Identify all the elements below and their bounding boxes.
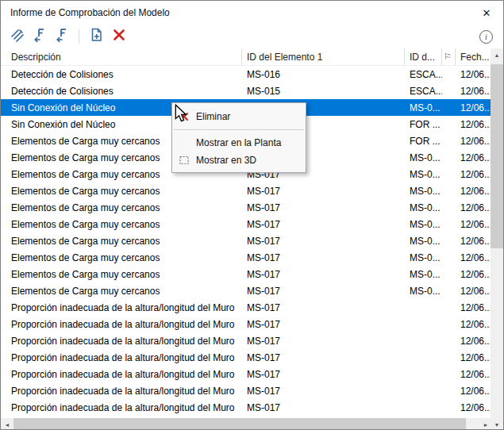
cell-element1-id: MS-017: [242, 186, 405, 197]
toolbar: i: [1, 25, 503, 48]
check-hatch-icon: [10, 27, 25, 46]
model-check-report-window: Informe de Comprobación del Modelo ✕: [0, 0, 504, 430]
cell-date: 12/06...: [456, 386, 492, 397]
menu-item-show-in-plan[interactable]: Mostrar en la Planta: [172, 134, 306, 152]
cell-element1-id: MS-017: [242, 352, 405, 363]
menu-item-label: Mostrar en 3D: [196, 155, 256, 166]
cell-element2-id: MS-0...: [405, 186, 442, 197]
cell-description: Proporción inadecuada de la altura/longi…: [1, 369, 242, 380]
horizontal-scrollbar-thumb[interactable]: [13, 418, 466, 430]
titlebar: Informe de Comprobación del Modelo ✕: [1, 1, 503, 25]
scroll-down-icon[interactable]: ▼: [491, 418, 503, 430]
menu-item-delete[interactable]: Eliminar: [172, 108, 306, 125]
table-row[interactable]: Elementos de Carga muy cercanos MS-017 M…: [1, 182, 492, 199]
table-row[interactable]: Proporción inadecuada de la altura/longi…: [1, 349, 492, 366]
menu-item-show-in-3d[interactable]: Mostrar en 3D: [172, 152, 306, 169]
cell-description: Proporción inadecuada de la altura/longi…: [1, 319, 242, 330]
cell-element1-id: MS-017: [242, 236, 405, 247]
table-row[interactable]: Elementos de Carga muy cercanos MS-017 M…: [1, 282, 492, 299]
cell-element1-id: MS-017: [242, 286, 405, 297]
cell-description: Elementos de Carga muy cercanos: [1, 236, 242, 247]
cell-date: 12/06...: [456, 152, 492, 163]
cell-date: 12/06...: [456, 336, 492, 347]
cell-element2-id: FOR ...: [405, 136, 442, 147]
cell-element2-id: FOR ...: [405, 119, 442, 130]
table-row[interactable]: Proporción inadecuada de la altura/longi…: [1, 399, 492, 416]
cell-element2-id: MS-0...: [405, 236, 442, 247]
vertical-scrollbar[interactable]: ▲ ▼: [491, 48, 503, 430]
cell-date: 12/06...: [456, 286, 492, 297]
cell-element2-id: ESCA...: [405, 69, 442, 80]
cell-element1-id: MS-017: [242, 336, 405, 347]
scroll-left-icon[interactable]: ◄: [1, 418, 13, 430]
window-title: Informe de Comprobación del Modelo: [1, 7, 170, 18]
table-row[interactable]: Elementos de Carga muy cercanos MS-017 M…: [1, 249, 492, 266]
scroll-up-icon[interactable]: ▲: [491, 48, 503, 61]
cell-description: Proporción inadecuada de la altura/longi…: [1, 336, 242, 347]
cell-date: 12/06...: [456, 136, 492, 147]
show-3d-icon: [172, 155, 196, 166]
column-header-element1-id[interactable]: ID del Elemento 1: [242, 48, 405, 65]
cell-description: Elementos de Carga muy cercanos: [1, 219, 242, 230]
cell-element1-id: MS-015: [242, 86, 405, 97]
cell-date: 12/06...: [456, 186, 492, 197]
cell-date: 12/06...: [456, 402, 492, 413]
cell-date: 12/06...: [456, 202, 492, 213]
cell-element1-id: MS-017: [242, 386, 405, 397]
column-header-description[interactable]: Descripción: [1, 48, 242, 65]
cell-date: 12/06...: [456, 302, 492, 313]
table-row[interactable]: Elementos de Carga muy cercanos MS-017 M…: [1, 232, 492, 249]
cell-element1-id: MS-016: [242, 69, 405, 80]
show-element-1-button[interactable]: [29, 27, 49, 47]
table-row[interactable]: Detección de Colisiones MS-016 ESCA... 1…: [1, 66, 492, 83]
cell-date: 12/06...: [456, 119, 492, 130]
run-model-check-button[interactable]: [7, 27, 27, 47]
horizontal-scrollbar[interactable]: ◄ ►: [1, 418, 492, 430]
close-button[interactable]: ✕: [470, 1, 503, 25]
cell-date: 12/06...: [456, 102, 492, 113]
column-header-element2-id[interactable]: ID d...: [405, 48, 442, 65]
scroll-right-icon[interactable]: ►: [479, 418, 492, 430]
cell-description: Proporción inadecuada de la altura/longi…: [1, 386, 242, 397]
info-button[interactable]: i: [479, 30, 493, 44]
cell-description: Elementos de Carga muy cercanos: [1, 269, 242, 280]
cell-element2-id: MS-0...: [405, 169, 442, 180]
table-row[interactable]: Proporción inadecuada de la altura/longi…: [1, 299, 492, 316]
cell-description: Detección de Colisiones: [1, 86, 242, 97]
context-menu: Eliminar Mostrar en la Planta Mostrar en…: [171, 102, 306, 173]
flag-icon[interactable]: ⚐: [442, 48, 456, 65]
show-element-2-icon: [54, 27, 70, 46]
cell-date: 12/06...: [456, 86, 492, 97]
new-issue-icon: [89, 27, 105, 46]
cell-element2-id: MS-0...: [405, 252, 442, 263]
cell-date: 12/06...: [456, 169, 492, 180]
table-row[interactable]: Elementos de Carga muy cercanos MS-017 M…: [1, 266, 492, 282]
cell-element1-id: MS-017: [242, 369, 405, 380]
cell-element2-id: MS-0...: [405, 152, 442, 163]
column-header-date[interactable]: Fech...: [456, 48, 492, 65]
delete-entry-button[interactable]: [109, 27, 129, 47]
vertical-scrollbar-thumb[interactable]: [491, 64, 503, 248]
table-row[interactable]: Elementos de Carga muy cercanos MS-017 M…: [1, 216, 492, 232]
cell-element2-id: MS-0...: [405, 269, 442, 280]
cell-date: 12/06...: [456, 69, 492, 80]
cell-element2-id: MS-0...: [405, 219, 442, 230]
cell-description: Proporción inadecuada de la altura/longi…: [1, 402, 242, 413]
table-row[interactable]: Detección de Colisiones MS-015 ESCA... 1…: [1, 83, 492, 99]
show-element-2-button[interactable]: [52, 27, 71, 47]
table-row[interactable]: Proporción inadecuada de la altura/longi…: [1, 332, 492, 349]
table-row[interactable]: Proporción inadecuada de la altura/longi…: [1, 316, 492, 332]
table-row[interactable]: Proporción inadecuada de la altura/longi…: [1, 382, 492, 399]
cell-date: 12/06...: [456, 319, 492, 330]
table-row[interactable]: Proporción inadecuada de la altura/longi…: [1, 366, 492, 382]
table-row[interactable]: Elementos de Carga muy cercanos MS-017 M…: [1, 199, 492, 216]
cell-element1-id: MS-017: [242, 219, 405, 230]
cell-element1-id: MS-017: [242, 269, 405, 280]
cell-element1-id: MS-017: [242, 319, 405, 330]
cell-element1-id: MS-017: [242, 302, 405, 313]
cell-date: 12/06...: [456, 252, 492, 263]
cell-description: Elementos de Carga muy cercanos: [1, 286, 242, 297]
new-issue-button[interactable]: [87, 27, 106, 47]
cell-description: Proporción inadecuada de la altura/longi…: [1, 302, 242, 313]
menu-item-label: Mostrar en la Planta: [196, 137, 281, 148]
